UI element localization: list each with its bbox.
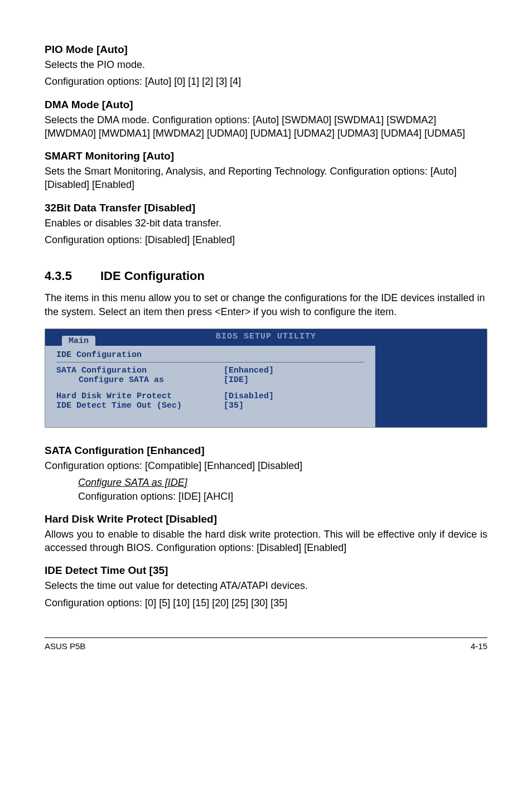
- bios-right-panel: [375, 346, 487, 427]
- bios-body: IDE Configuration SATA Configuration [En…: [45, 346, 487, 427]
- bios-screenshot: BIOS SETUP UTILITY Main IDE Configuratio…: [45, 328, 487, 428]
- ide-detect-line2: Configuration options: [0] [5] [10] [15]…: [45, 596, 487, 610]
- sata-sub-title: Configure SATA as [IDE]: [78, 476, 487, 489]
- bios-left-panel: IDE Configuration SATA Configuration [En…: [45, 346, 375, 427]
- bios-sata-config-value: [Enhanced]: [224, 366, 274, 375]
- bios-tab-main: Main: [62, 336, 95, 346]
- bios-configure-as-value: [IDE]: [224, 375, 249, 385]
- footer-right: 4-15: [471, 641, 487, 651]
- smart-body: Sets the Smart Monitoring, Analysis, and…: [45, 165, 487, 192]
- ide-config-intro: The items in this menu allow you to set …: [45, 291, 487, 318]
- sata-sub-block: Configure SATA as [IDE] Configuration op…: [78, 476, 487, 503]
- bit32-line1: Enables or disables 32-bit data transfer…: [45, 216, 487, 230]
- page: PIO Mode [Auto] Selects the PIO mode. Co…: [0, 0, 532, 673]
- ide-config-num: 4.3.5: [45, 269, 100, 283]
- sata-sub-body: Configuration options: [IDE] [AHCI]: [78, 490, 487, 503]
- bios-ide-detect-label: IDE Detect Time Out (Sec): [56, 401, 224, 410]
- sata-config-title: SATA Configuration [Enhanced]: [45, 445, 487, 457]
- ide-detect-title: IDE Detect Time Out [35]: [45, 564, 487, 577]
- sata-config-body: Configuration options: [Compatible] [Enh…: [45, 459, 487, 472]
- pio-mode-line2: Configuration options: [Auto] [0] [1] [2…: [45, 75, 487, 88]
- page-footer: ASUS P5B 4-15: [45, 637, 487, 651]
- bios-title: BIOS SETUP UTILITY: [216, 332, 316, 341]
- hdwp-title: Hard Disk Write Protect [Disabled]: [45, 513, 487, 525]
- pio-mode-title: PIO Mode [Auto]: [45, 44, 487, 56]
- spacer: [56, 385, 364, 392]
- bios-header: BIOS SETUP UTILITY Main: [45, 329, 487, 346]
- bios-row-hdwp: Hard Disk Write Protect [Disabled]: [56, 392, 364, 401]
- dma-mode-title: DMA Mode [Auto]: [45, 99, 487, 111]
- pio-mode-line1: Selects the PIO mode.: [45, 58, 487, 71]
- bit32-line2: Configuration options: [Disabled] [Enabl…: [45, 233, 487, 247]
- bios-row-ide-detect: IDE Detect Time Out (Sec) [35]: [56, 401, 364, 410]
- bios-sata-config-label: SATA Configuration: [56, 366, 224, 375]
- ide-config-heading: 4.3.5IDE Configuration: [45, 269, 487, 283]
- ide-detect-line1: Selects the time out value for detecting…: [45, 579, 487, 592]
- bios-row-configure-as: Configure SATA as [IDE]: [56, 375, 364, 385]
- bios-hdwp-label: Hard Disk Write Protect: [56, 392, 224, 401]
- bios-group-title: IDE Configuration: [56, 350, 364, 363]
- bios-row-sata-config: SATA Configuration [Enhanced]: [56, 366, 364, 375]
- bios-ide-detect-value: [35]: [224, 401, 244, 410]
- dma-mode-body: Selects the DMA mode. Configuration opti…: [45, 113, 487, 141]
- hdwp-body: Allows you to enable to disable the hard…: [45, 528, 487, 555]
- ide-config-title: IDE Configuration: [100, 269, 205, 283]
- footer-left: ASUS P5B: [45, 641, 85, 651]
- bit32-title: 32Bit Data Transfer [Disabled]: [45, 202, 487, 214]
- bios-hdwp-value: [Disabled]: [224, 392, 274, 401]
- bios-configure-as-label: Configure SATA as: [56, 375, 224, 385]
- smart-title: SMART Monitoring [Auto]: [45, 150, 487, 162]
